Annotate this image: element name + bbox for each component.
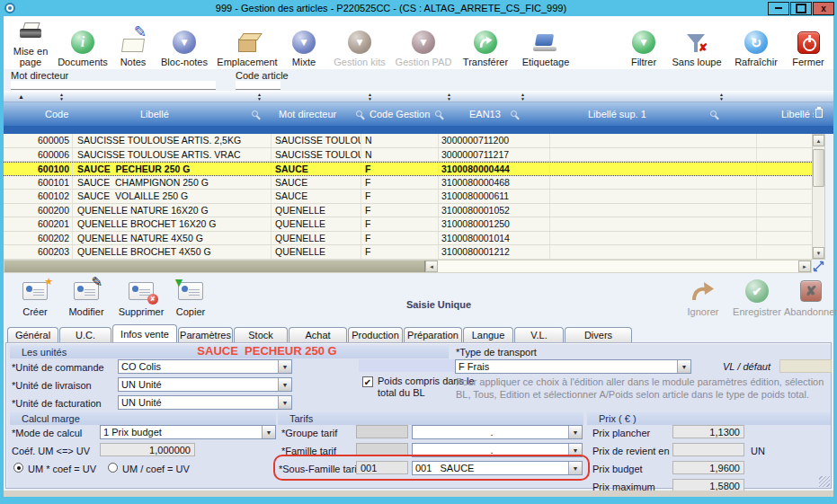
resize-grip-icon[interactable] (812, 260, 825, 273)
prix-revient-input[interactable] (672, 443, 744, 456)
sort-spinner-icon[interactable] (257, 93, 262, 101)
toolbar-button-notes[interactable]: Notes (111, 19, 155, 67)
toolbar-button-emplacement[interactable]: Emplacement (214, 19, 280, 67)
unite-commande-select[interactable]: CO Colis▼ (118, 359, 292, 374)
sort-spinner-icon[interactable] (447, 93, 451, 101)
toolbar-label: Filtrer (631, 57, 656, 67)
column-header-code-gestion[interactable]: Code Gestion (370, 109, 430, 119)
toolbar-button-bloc-notes[interactable]: ▼ Bloc-notes (155, 19, 214, 67)
toolbar-button-fermer[interactable]: Fermer (785, 19, 832, 67)
down-circle-icon: ▼ (348, 31, 371, 54)
sort-asc-icon[interactable] (18, 93, 24, 101)
table-row-selected[interactable]: 600100SAUCE PECHEUR 250 GSAUCEF310008000… (4, 162, 812, 176)
table-row[interactable]: 600006SAUCISSE TOULOUSE ARTIS. VRACSAUCI… (4, 148, 812, 163)
tab-divers[interactable]: Divers (565, 327, 632, 342)
tab-parametres[interactable]: Paramètres (178, 327, 233, 342)
table-row[interactable]: 600200QUENELLE NATURE 16X20 GQUENELLEF31… (4, 204, 812, 218)
column-header-libelle-sup2[interactable]: Libellé su (781, 109, 814, 119)
table-row[interactable]: 600203QUENELLE BROCHET 4X50 GQUENELLEF31… (4, 245, 812, 260)
magnifier-icon[interactable] (356, 111, 362, 117)
poids-checkbox[interactable] (362, 376, 373, 387)
type-transport-select[interactable]: F Frais▼ (455, 359, 691, 374)
column-header-libelle-sup1[interactable]: Libellé sup. 1 (588, 109, 646, 119)
toolbar-button-mise-en-page[interactable]: Mise en page (7, 19, 54, 67)
magnifier-icon[interactable] (710, 111, 717, 117)
chevron-down-icon: ▼ (278, 396, 291, 409)
toolbar-button-rafraichir[interactable]: ↻ Rafraîchir (727, 19, 785, 67)
cell-ean13: 3100080001250 (438, 217, 549, 231)
coef-input[interactable]: 1,000000 (100, 443, 195, 456)
sort-spinner-icon[interactable] (521, 93, 525, 101)
scroll-up-icon[interactable]: ▲ (813, 135, 824, 146)
tab-production[interactable]: Production (348, 327, 403, 342)
groupe-tarif-select[interactable]: .▼ (412, 425, 583, 439)
copier-button[interactable]: Copier (169, 276, 212, 317)
mode-calcul-select[interactable]: 1 Prix budget▼ (100, 425, 276, 439)
table-row[interactable]: 600101SAUCE CHAMPIGNON 250 GSAUCEF310008… (4, 176, 812, 190)
table-header: Code Libellé Mot directeur Code Gestion … (4, 102, 833, 126)
button-label: Supprimer (119, 306, 165, 317)
column-header-code[interactable]: Code (45, 109, 68, 119)
tab-infos-vente[interactable]: Infos vente (112, 324, 177, 342)
highlight-annotation (273, 455, 590, 481)
column-chooser-icon[interactable] (815, 109, 823, 118)
horizontal-scroll-thumb[interactable] (4, 261, 425, 272)
cell-libelle: QUENELLE BROCHET 16X20 G (72, 217, 271, 231)
tab-vl[interactable]: V.L. (514, 327, 564, 342)
scroll-right-icon[interactable]: ► (798, 261, 811, 272)
tab-stock[interactable]: Stock (234, 327, 288, 342)
scroll-left-icon[interactable]: ◄ (425, 261, 438, 272)
magnifier-icon[interactable] (511, 111, 517, 117)
modifier-button[interactable]: Modifier (61, 276, 111, 317)
horizontal-scrollbar[interactable]: ◄ ► (4, 260, 812, 273)
prix-plancher-input[interactable]: 1,1300 (672, 425, 744, 438)
tab-general[interactable]: Général (7, 327, 58, 342)
table-row[interactable]: 600102SAUCE VOLAILLE 250 GSAUCEF31000800… (4, 190, 812, 204)
toolbar-button-transferer[interactable]: Transférer (455, 19, 516, 67)
unite-facturation-select[interactable]: UN Unité▼ (118, 395, 292, 410)
radio-um-mult-coef[interactable] (13, 463, 23, 473)
refresh-icon: ↻ (744, 31, 768, 54)
unite-livraison-select[interactable]: UN Unité▼ (118, 377, 292, 392)
toolbar-button-filtrer[interactable]: ▼ Filtrer (621, 19, 666, 67)
maximize-icon[interactable] (790, 2, 812, 15)
cell-libelle: SAUCE PECHEUR 250 G (72, 163, 271, 175)
column-header-mot-directeur[interactable]: Mot directeur (279, 109, 336, 119)
toolbar-button-gestion-pad: ▼ Gestion PAD (392, 19, 455, 67)
tab-langue[interactable]: Langue (463, 327, 513, 342)
sort-spinner-icon[interactable] (59, 93, 64, 101)
minimize-icon[interactable] (768, 2, 789, 15)
cell-code-gestion: F (361, 190, 438, 203)
magnifier-icon[interactable] (252, 111, 258, 117)
table-row[interactable]: 600202QUENELLE NATURE 4X50 GQUENELLEF310… (4, 232, 812, 246)
close-icon[interactable]: x (813, 2, 834, 15)
toolbar-button-sans-loupe[interactable]: ✘ Sans loupe (666, 19, 727, 67)
scroll-down-icon[interactable]: ▼ (813, 247, 824, 259)
toolbar-label: Transférer (463, 57, 508, 67)
sort-spinner-icon[interactable] (719, 93, 724, 101)
code-article-input[interactable] (236, 81, 280, 90)
groupe-tarif-code-field (356, 425, 408, 438)
panel-resize-grip[interactable] (819, 476, 830, 487)
creer-button[interactable]: Créer (13, 276, 58, 317)
mot-directeur-input[interactable] (11, 81, 216, 90)
magnifier-icon[interactable] (435, 111, 441, 117)
supprimer-button[interactable]: Supprimer (113, 276, 169, 317)
vertical-scroll-thumb[interactable] (813, 149, 824, 187)
prix-budget-input[interactable]: 1,9600 (672, 461, 744, 474)
toolbar-button-documents[interactable]: i Documents (54, 19, 111, 67)
column-header-ean13[interactable]: EAN13 (469, 109, 501, 119)
tab-achat[interactable]: Achat (289, 327, 347, 342)
tab-uc[interactable]: U.C. (59, 327, 111, 342)
toolbar-button-etiquetage[interactable]: Etiquetage (516, 19, 575, 67)
column-header-libelle[interactable]: Libellé (140, 109, 169, 119)
select-value: . (413, 426, 568, 438)
tab-preparation[interactable]: Préparation (404, 327, 462, 342)
vertical-scrollbar[interactable]: ▲ ▼ (812, 134, 825, 260)
table-row[interactable]: 600201QUENELLE BROCHET 16X20 GQUENELLEF3… (4, 217, 812, 232)
radio-um-div-coef[interactable] (108, 463, 118, 473)
vl-defaut-input[interactable] (779, 359, 832, 373)
toolbar-button-mixte[interactable]: ▼ Mixte (280, 19, 327, 67)
table-row[interactable]: 600005SAUCISSE TOULOUSE ARTIS. 2,5KGSAUC… (4, 134, 812, 148)
sort-spinner-icon[interactable] (368, 93, 372, 101)
